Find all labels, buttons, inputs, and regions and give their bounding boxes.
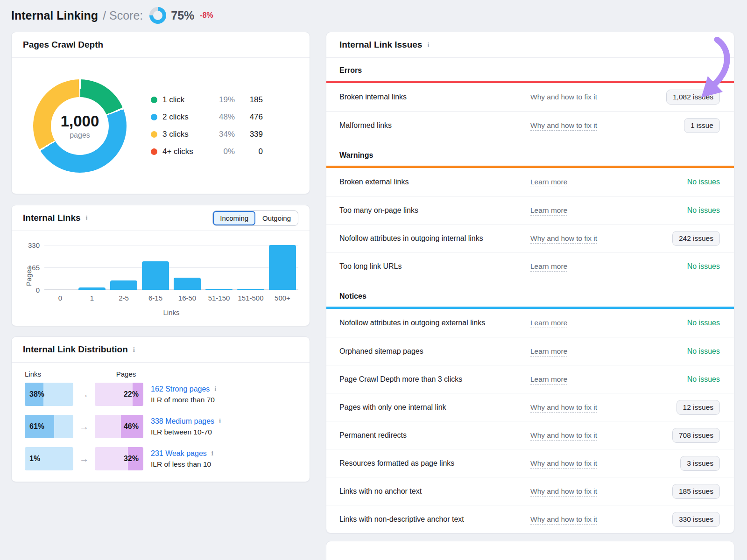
no-issues-status: No issues: [687, 206, 720, 215]
section-heading-notices: Notices: [326, 280, 734, 307]
section-heading-errors: Errors: [326, 58, 734, 81]
issue-help-link[interactable]: Why and how to fix it: [530, 121, 597, 131]
score-label: / Score:: [103, 9, 143, 22]
distribution-header: Internal Link Distribution i: [12, 337, 310, 363]
issue-label: Links with non-descriptive anchor text: [339, 515, 530, 524]
legend-label: 1 click: [162, 95, 211, 105]
legend-label: 3 clicks: [162, 130, 211, 139]
issue-help-link[interactable]: Learn more: [530, 347, 567, 357]
issue-help-link[interactable]: Learn more: [530, 319, 567, 328]
issue-right-column: 1 issue: [646, 118, 720, 133]
issue-right-column: 12 issues: [646, 400, 720, 415]
distribution-row: 61%→46%338 Medium pagesiILR between 10-7…: [25, 415, 296, 438]
links-column-header: Links: [25, 370, 73, 378]
info-icon[interactable]: i: [85, 214, 89, 222]
info-icon[interactable]: i: [211, 449, 214, 457]
issues-title: Internal Link Issues: [339, 40, 422, 50]
legend-row: 1 click19%185: [151, 91, 263, 109]
issues-count-button[interactable]: 185 issues: [672, 484, 720, 499]
info-icon[interactable]: i: [213, 385, 217, 393]
page-header: Internal Linking / Score: 75% -8%: [11, 7, 736, 24]
info-icon[interactable]: i: [218, 417, 222, 425]
bar: [78, 287, 106, 290]
score-delta: -8%: [200, 11, 213, 20]
issue-label: Pages with only one internal link: [339, 403, 530, 412]
issue-help-link[interactable]: Why and how to fix it: [530, 487, 597, 497]
issue-help-link[interactable]: Learn more: [530, 375, 567, 385]
pages-column-header: Pages: [95, 370, 143, 378]
section-rows: Nofollow attributes in outgoing external…: [326, 309, 734, 533]
y-tick-label: 165: [28, 264, 40, 272]
issue-label: Broken external links: [339, 178, 530, 186]
issues-count-button[interactable]: 242 issues: [672, 231, 720, 246]
pages-percent: 32%: [124, 455, 139, 463]
crawl-depth-donut-chart: 1,000 pages: [33, 79, 127, 173]
y-axis-ticks: 3301650: [23, 245, 44, 290]
toggle-incoming[interactable]: Incoming: [213, 211, 255, 225]
bar-slot: [203, 245, 235, 290]
bar: [110, 280, 137, 290]
links-percent: 61%: [29, 422, 44, 431]
arrow-right-icon: →: [73, 389, 95, 400]
toggle-outgoing[interactable]: Outgoing: [255, 211, 298, 225]
distribution-row: 38%→22%162 Strong pagesiILR of more than…: [25, 383, 296, 406]
legend-percent: 48%: [211, 112, 235, 122]
pages-link[interactable]: 338 Medium pages: [151, 417, 214, 426]
bar-plot-area: [44, 245, 298, 290]
pages-crawl-depth-header: Pages Crawl Depth: [12, 32, 310, 58]
issues-count-button[interactable]: 1 issue: [684, 118, 720, 133]
issue-row: Nofollow attributes in outgoing internal…: [326, 224, 734, 252]
issue-help-link[interactable]: Why and how to fix it: [530, 234, 597, 244]
section-heading-warnings: Warnings: [326, 139, 734, 166]
distribution-text: 231 Weak pagesiILR of less than 10: [151, 449, 214, 469]
info-icon[interactable]: i: [426, 41, 430, 49]
bar-slot: [171, 245, 203, 290]
donut-total-label: pages: [70, 131, 90, 140]
info-icon[interactable]: i: [132, 346, 136, 354]
links-percent: 1%: [29, 455, 40, 463]
internal-linking-report: Internal Linking / Score: 75% -8% Pages …: [0, 0, 747, 560]
issues-count-button[interactable]: 330 issues: [672, 512, 720, 527]
legend-label: 4+ clicks: [162, 147, 211, 156]
links-bar: 61%: [25, 415, 73, 438]
x-tick-label: 0: [44, 294, 76, 302]
bar-slot: [44, 245, 76, 290]
issue-label: Permanent redirects: [339, 431, 530, 440]
issue-help-link[interactable]: Learn more: [530, 206, 567, 216]
distribution-link-line: 231 Weak pagesi: [151, 449, 214, 458]
no-issues-status: No issues: [687, 262, 720, 271]
no-issues-status: No issues: [687, 319, 720, 327]
issue-help-link[interactable]: Why and how to fix it: [530, 93, 597, 102]
internal-links-card: Internal Links i IncomingOutgoing Pages …: [11, 205, 310, 326]
pages-link[interactable]: 162 Strong pages: [151, 385, 210, 393]
pages-percent: 46%: [124, 422, 139, 431]
issues-count-button[interactable]: 12 issues: [677, 400, 720, 415]
issues-count-button[interactable]: 1,082 issues: [666, 90, 720, 105]
pages-crawl-depth-card: Pages Crawl Depth 1,000 pages 1 click19%…: [11, 32, 310, 194]
legend-count: 185: [235, 95, 263, 105]
pages-link[interactable]: 231 Weak pages: [151, 449, 207, 458]
issue-help-link[interactable]: Learn more: [530, 262, 567, 272]
issue-right-column: 1,082 issues: [646, 90, 720, 105]
issues-count-button[interactable]: 3 issues: [680, 456, 720, 471]
no-issues-status: No issues: [687, 375, 720, 384]
bar-slot: [108, 245, 140, 290]
issue-help-link[interactable]: Why and how to fix it: [530, 515, 597, 525]
issue-help-link[interactable]: Learn more: [530, 178, 567, 187]
distribution-link-line: 162 Strong pagesi: [151, 385, 218, 393]
section-rows: Broken internal linksWhy and how to fix …: [326, 83, 734, 139]
score-value: 75%: [171, 9, 194, 22]
pages-bar: 32%: [95, 447, 143, 470]
issue-help-link[interactable]: Why and how to fix it: [530, 431, 597, 441]
distribution-text: 162 Strong pagesiILR of more than 70: [151, 385, 218, 404]
issue-help-link[interactable]: Why and how to fix it: [530, 403, 597, 413]
issue-row: Broken internal linksWhy and how to fix …: [326, 83, 734, 111]
legend-percent: 0%: [211, 147, 235, 156]
x-axis-ticks: 012-56-1516-5051-150151-500500+: [44, 294, 298, 302]
links-bar-fill: [25, 447, 25, 470]
bar: [205, 289, 233, 290]
ilr-description: ILR of less than 10: [151, 460, 214, 469]
issues-count-button[interactable]: 708 issues: [672, 428, 720, 443]
legend-count: 0: [235, 147, 263, 156]
issue-help-link[interactable]: Why and how to fix it: [530, 459, 597, 469]
